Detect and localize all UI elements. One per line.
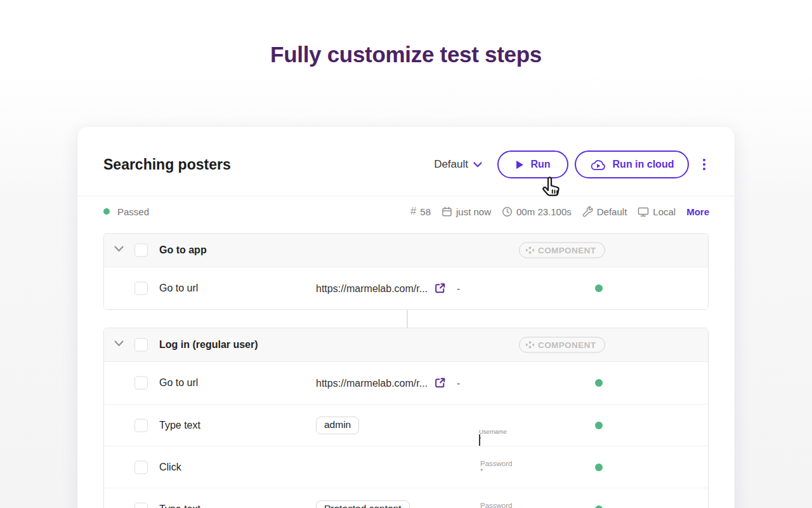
target-field-label: Password *: [480, 502, 513, 508]
step-action-label: Go to url: [159, 283, 198, 294]
status-label: Passed: [117, 206, 149, 217]
step-value: https://marmelab.com/r... -: [316, 377, 460, 389]
profile-dropdown[interactable]: Default: [434, 158, 482, 171]
target-field-label: Password *: [480, 460, 513, 475]
step-row[interactable]: Type text admin Username *: [104, 404, 708, 446]
run-environment: Local: [638, 206, 676, 217]
monitor-icon: [638, 206, 649, 217]
hand-pointer-cursor: [540, 175, 563, 201]
step-value: https://marmelab.com/r... -: [316, 283, 460, 295]
target-field-label: Username *: [479, 428, 507, 442]
step-group-header[interactable]: Log in (regular user) COMPONENT: [104, 328, 708, 362]
component-badge-label: COMPONENT: [538, 340, 596, 350]
run-button[interactable]: Run: [497, 150, 568, 178]
external-link-icon[interactable]: [434, 377, 446, 389]
step-action-label: Type text: [159, 420, 200, 431]
step-action-label: Go to url: [159, 377, 198, 389]
run-meta: # 58 just now 00m 23.100s Default Local …: [410, 205, 709, 218]
run-status: Passed: [103, 206, 149, 217]
component-badge: COMPONENT: [519, 337, 605, 353]
step-value-separator: -: [457, 377, 460, 389]
component-badge: COMPONENT: [519, 243, 605, 258]
card-header: Searching posters Default Run Run in clo…: [77, 127, 735, 196]
run-in-cloud-button[interactable]: Run in cloud: [575, 150, 689, 178]
wrench-icon: [582, 206, 593, 217]
step-value: admin: [316, 417, 359, 434]
step-url-text: https://marmelab.com/r...: [316, 283, 428, 294]
step-row[interactable]: Go to url https://marmelab.com/r... -: [104, 267, 708, 309]
chevron-down-icon: [473, 162, 482, 168]
run-profile: Default: [582, 206, 627, 217]
step-checkbox[interactable]: [134, 502, 148, 508]
run-button-label: Run: [530, 159, 550, 170]
step-value: Protected content: [316, 500, 410, 508]
step-status-dot-passed: [595, 422, 603, 429]
step-group-title: Log in (regular user): [159, 339, 258, 351]
more-link[interactable]: More: [686, 206, 709, 217]
step-group: Go to app COMPONENT Go to url https://ma…: [103, 233, 709, 310]
hash-icon: #: [410, 205, 416, 218]
component-badge-label: COMPONENT: [538, 246, 596, 255]
test-name: Searching posters: [103, 156, 231, 173]
step-row[interactable]: Go to url https://marmelab.com/r... -: [104, 362, 708, 404]
run-in-cloud-button-label: Run in cloud: [613, 159, 674, 170]
step-group-title: Go to app: [159, 244, 207, 256]
test-run-card: Searching posters Default Run Run in clo…: [77, 127, 735, 508]
run-duration: 00m 23.100s: [502, 206, 572, 217]
step-status-dot-passed: [595, 379, 603, 387]
step-checkbox[interactable]: [134, 377, 148, 390]
status-bar: Passed # 58 just now 00m 23.100s Default…: [77, 196, 735, 227]
profile-dropdown-label: Default: [434, 158, 468, 171]
step-checkbox[interactable]: [134, 418, 148, 432]
chevron-down-icon[interactable]: [114, 340, 124, 347]
chevron-down-icon[interactable]: [114, 246, 124, 252]
step-status-dot-passed: [595, 464, 603, 471]
step-value-chip: admin: [316, 417, 359, 434]
text-caret: [479, 434, 480, 446]
play-icon: [515, 160, 524, 170]
step-value-chip: Protected content: [316, 500, 410, 508]
step-group-checkbox[interactable]: [134, 338, 148, 352]
step-value-separator: -: [457, 283, 460, 294]
kebab-menu-button[interactable]: [699, 156, 709, 173]
step-checkbox[interactable]: [134, 460, 148, 474]
cloud-play-icon: [590, 159, 606, 171]
step-status-dot-passed: [595, 505, 603, 508]
header-controls: Default Run Run in cloud: [434, 150, 709, 178]
external-link-icon[interactable]: [434, 283, 446, 295]
step-group: Log in (regular user) COMPONENT Go to ur…: [103, 328, 709, 508]
step-action-label: Click: [159, 462, 181, 473]
step-connector-line: [407, 310, 408, 328]
step-action-label: Type text: [159, 504, 200, 508]
step-url[interactable]: https://marmelab.com/r... -: [316, 283, 460, 295]
component-icon: [526, 341, 534, 349]
step-group-header[interactable]: Go to app COMPONENT: [104, 234, 708, 267]
run-time-ago: just now: [442, 206, 491, 217]
test-steps-list: Go to app COMPONENT Go to url https://ma…: [77, 227, 735, 508]
status-dot-passed: [103, 208, 110, 215]
step-status-dot-passed: [595, 284, 603, 292]
clock-icon: [502, 206, 513, 217]
step-group-checkbox[interactable]: [134, 244, 148, 257]
calendar-icon: [442, 206, 452, 217]
page-title: Fully customize test steps: [0, 42, 812, 67]
step-url[interactable]: https://marmelab.com/r... -: [316, 377, 460, 389]
component-icon: [526, 246, 534, 255]
step-row[interactable]: Type text Protected content Password *: [104, 488, 708, 508]
run-number: # 58: [410, 205, 431, 218]
step-row[interactable]: Click Password *: [104, 446, 708, 488]
step-checkbox[interactable]: [134, 282, 148, 295]
step-url-text: https://marmelab.com/r...: [316, 377, 428, 389]
